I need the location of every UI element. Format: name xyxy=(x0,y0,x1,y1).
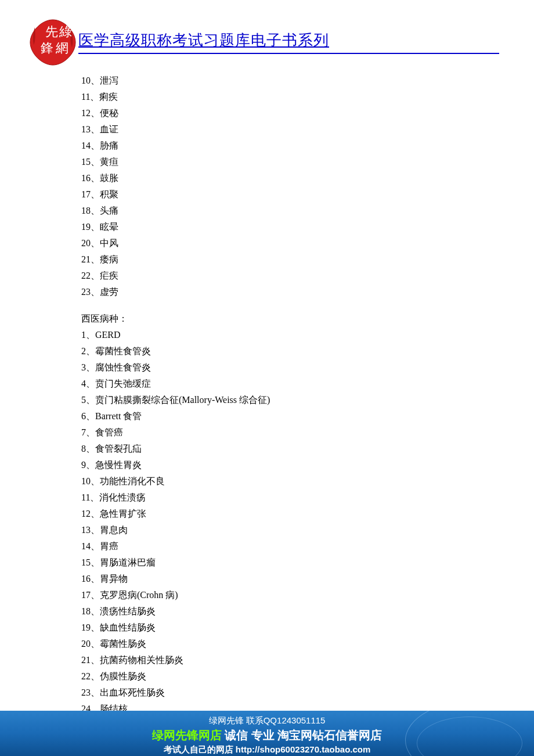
list-item: 3、腐蚀性食管炎 xyxy=(81,359,534,376)
list-item: 16、鼓胀 xyxy=(81,170,534,186)
list-item: 9、急慢性胃炎 xyxy=(81,457,534,473)
list-item: 17、积聚 xyxy=(81,186,534,203)
list-item: 13、胃息肉 xyxy=(81,522,534,538)
list-item: 22、疟疾 xyxy=(81,268,534,284)
list-item: 4、贲门失弛缓症 xyxy=(81,376,534,392)
list-item: 19、缺血性结肠炎 xyxy=(81,620,534,636)
footer-contact: 绿网先锋 联系QQ1243051115 xyxy=(0,715,534,726)
western-section-title: 西医病种： xyxy=(81,311,534,327)
footer-shop-desc: 诚信 专业 淘宝网钻石信誉网店 xyxy=(222,729,383,741)
page-footer: 绿网先锋 联系QQ1243051115 绿网先锋网店 诚信 专业 淘宝网钻石信誉… xyxy=(0,711,534,756)
list-item: 10、功能性消化不良 xyxy=(81,473,534,489)
list-item: 18、头痛 xyxy=(81,203,534,219)
page-header: 先 綠 鋒 網 医学高级职称考试习题库电子书系列 xyxy=(0,0,534,64)
footer-shop-name: 绿网先锋网店 诚信 专业 淘宝网钻石信誉网店 xyxy=(0,728,534,743)
list-item: 14、胃癌 xyxy=(81,538,534,555)
list-item: 7、食管癌 xyxy=(81,424,534,441)
seal-logo-icon: 先 綠 鋒 網 xyxy=(29,19,77,66)
list-item: 6、Barrett 食管 xyxy=(81,408,534,424)
list-item: 23、虚劳 xyxy=(81,284,534,300)
list-item: 13、血证 xyxy=(81,121,534,138)
header-title-link[interactable]: 医学高级职称考试习题库电子书系列 xyxy=(78,30,499,54)
list-item: 14、胁痛 xyxy=(81,138,534,154)
list-item: 11、痢疾 xyxy=(81,89,534,105)
list-item: 23、出血坏死性肠炎 xyxy=(81,685,534,701)
list-item: 2、霉菌性食管炎 xyxy=(81,343,534,359)
list-item: 20、中风 xyxy=(81,235,534,251)
svg-text:先: 先 xyxy=(45,24,58,39)
list-item: 17、克罗恩病(Crohn 病) xyxy=(81,587,534,603)
svg-text:鋒: 鋒 xyxy=(41,41,53,55)
footer-shop-brand: 绿网先锋网店 xyxy=(152,729,222,741)
list-item: 15、黄疸 xyxy=(81,154,534,170)
list-item: 21、抗菌药物相关性肠炎 xyxy=(81,652,534,668)
list-item: 15、胃肠道淋巴瘤 xyxy=(81,555,534,571)
list-item: 16、胃异物 xyxy=(81,571,534,587)
content-area: 10、泄泻 11、痢疾 12、便秘 13、血证 14、胁痛 15、黄疸 16、鼓… xyxy=(0,64,534,756)
svg-text:網: 網 xyxy=(55,41,68,55)
list-item: 21、痿病 xyxy=(81,251,534,268)
list-item: 11、消化性溃疡 xyxy=(81,489,534,506)
footer-url: 考试人自己的网店 http://shop60023270.taobao.com xyxy=(0,744,534,755)
list-item: 18、溃疡性结肠炎 xyxy=(81,603,534,620)
list-item: 1、GERD xyxy=(81,327,534,343)
list-item: 12、便秘 xyxy=(81,105,534,121)
list-item: 22、伪膜性肠炎 xyxy=(81,668,534,685)
list-item: 19、眩晕 xyxy=(81,219,534,235)
list-item: 8、食管裂孔疝 xyxy=(81,441,534,457)
list-item: 12、急性胃扩张 xyxy=(81,506,534,522)
svg-text:綠: 綠 xyxy=(59,24,72,39)
list-item: 20、霉菌性肠炎 xyxy=(81,636,534,652)
list-item: 5、贲门粘膜撕裂综合征(Mallory-Weiss 综合征) xyxy=(81,392,534,408)
list-item: 10、泄泻 xyxy=(81,73,534,89)
